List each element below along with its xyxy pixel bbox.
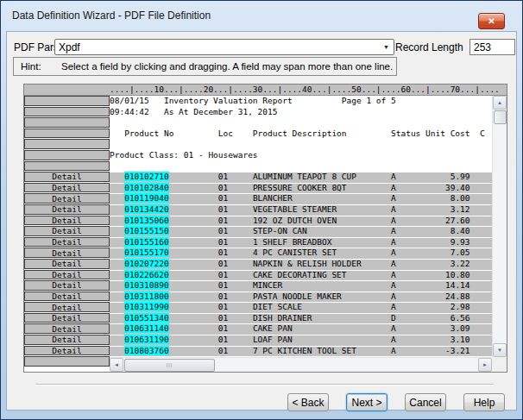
row-type-cell-detail[interactable]: Detail — [24, 270, 110, 280]
row-type-cell-empty[interactable] — [24, 161, 110, 172]
report-header-line[interactable] — [110, 161, 492, 172]
report-detail-row[interactable]: 010311990 01 DIET SCALE A 2.98 — [110, 302, 492, 313]
row-type-cell-empty[interactable] — [24, 150, 110, 160]
row-indent — [110, 204, 124, 214]
report-detail-row[interactable]: 010631140 01 CAKE PAN A 3.09 — [110, 323, 492, 335]
row-fields: 01 BLANCHER A 8.00 — [169, 193, 470, 203]
product-no-highlight[interactable]: 010631190 — [124, 335, 168, 344]
report-header-line[interactable]: Product Class: 01 - Housewares — [110, 150, 492, 161]
scroll-up-button[interactable]: ▲ — [493, 96, 507, 110]
product-no-highlight[interactable]: 010134420 — [124, 204, 168, 214]
report-detail-row[interactable]: 010551340 01 DISH DRAINER D 6.56 — [110, 313, 492, 324]
product-no-highlight[interactable]: 010102710 — [124, 172, 168, 181]
horizontal-scrollbar[interactable]: ◄ ||| ► — [110, 357, 492, 372]
row-type-column: DetailDetailDetailDetailDetailDetailDeta… — [24, 96, 110, 372]
row-type-cell-empty[interactable] — [24, 117, 110, 128]
report-detail-row[interactable]: 010155150 01 STEP-ON CAN A 8.40 — [110, 226, 492, 237]
row-type-cell-detail[interactable]: Detail — [24, 313, 110, 323]
vertical-scroll-thumb[interactable] — [494, 110, 507, 124]
report-detail-row[interactable]: 010102840 01 PRESSURE COOKER 8QT A 39.40 — [110, 183, 492, 194]
row-type-cell-detail[interactable]: Detail — [24, 183, 110, 193]
report-header-line[interactable]: Product No Loc Product Description Statu… — [110, 129, 492, 140]
row-indent — [110, 193, 124, 203]
product-no-highlight[interactable]: 010226620 — [124, 270, 168, 279]
product-no-highlight[interactable]: 010102840 — [124, 183, 168, 192]
row-type-cell-empty[interactable] — [24, 96, 110, 106]
report-detail-row[interactable]: 010155160 01 1 SHELF BREADBOX A 9.93 — [110, 237, 492, 248]
row-type-cell-empty[interactable] — [24, 356, 110, 367]
chevron-down-icon: ▼ — [383, 44, 389, 50]
report-detail-row[interactable]: 010119040 01 BLANCHER A 8.00 — [110, 193, 492, 204]
report-lines[interactable]: 08/01/15 Inventory Valuation Report Page… — [110, 96, 492, 357]
row-fields: 01 4 PC CANISTER SET A 7.05 — [169, 248, 470, 257]
report-header-line[interactable] — [110, 117, 492, 129]
row-type-cell-detail[interactable]: Detail — [24, 248, 110, 258]
report-detail-row[interactable]: 010226620 01 CAKE DECORATING SET A 10.80 — [110, 270, 492, 281]
help-button[interactable]: Help — [463, 393, 505, 411]
row-type-cell-detail[interactable]: Detail — [24, 237, 110, 248]
row-type-cell-detail[interactable]: Detail — [24, 216, 110, 226]
product-no-highlight[interactable]: 010311800 — [124, 291, 168, 301]
report-header-line[interactable]: 09:44:42 As At December 31, 2015 — [110, 107, 492, 118]
row-type-cell-detail[interactable]: Detail — [24, 346, 110, 356]
horizontal-scroll-track[interactable] — [215, 358, 478, 372]
row-type-cell-detail[interactable]: Detail — [24, 204, 110, 215]
report-header-line[interactable]: 08/01/15 Inventory Valuation Report Page… — [110, 96, 492, 107]
row-type-cell-empty[interactable] — [24, 107, 110, 117]
product-no-highlight[interactable]: 010155160 — [124, 237, 168, 247]
window-title: Data Definition Wizard - PDF File Defini… — [12, 9, 211, 22]
report-detail-row[interactable]: 010134420 01 VEGETABLE STEAMER A 3.12 — [110, 204, 492, 216]
row-fields: 01 7 PC KITCHEN TOOL SET A -3.21 — [169, 346, 470, 355]
row-type-cell-empty[interactable] — [24, 139, 110, 149]
pdf-parser-select[interactable]: Xpdf ▼ — [54, 39, 394, 55]
report-detail-row[interactable]: 010102710 01 ALUMINUM TEAPOT 8 CUP A 5.9… — [110, 172, 492, 183]
report-header-line[interactable] — [110, 139, 492, 150]
report-detail-row[interactable]: 010803760 01 7 PC KITCHEN TOOL SET A -3.… — [110, 346, 492, 357]
product-no-highlight[interactable]: 010155150 — [124, 226, 168, 235]
row-type-cell-detail[interactable]: Detail — [24, 323, 110, 334]
row-type-cell-detail[interactable]: Detail — [24, 193, 110, 204]
row-type-cell-detail[interactable]: Detail — [24, 302, 110, 312]
row-type-cell-empty[interactable] — [24, 129, 110, 139]
product-no-highlight[interactable]: 010310890 — [124, 280, 168, 290]
vertical-scroll-track[interactable] — [493, 124, 507, 343]
report-detail-row[interactable]: 010310890 01 MINCER A 14.14 — [110, 280, 492, 291]
scroll-up-icon: ▲ — [497, 100, 502, 105]
next-button[interactable]: Next > — [346, 393, 388, 411]
dialog-window: Data Definition Wizard - PDF File Defini… — [0, 0, 523, 420]
dialog-client-area: PDF Parser Xpdf ▼ Record Length Hint: Se… — [6, 31, 517, 411]
product-no-highlight[interactable]: 010631140 — [124, 323, 168, 333]
cancel-button[interactable]: Cancel — [405, 393, 446, 411]
product-no-highlight[interactable]: 010803760 — [124, 346, 168, 355]
horizontal-scroll-thumb[interactable]: ||| — [124, 359, 215, 372]
scroll-right-button[interactable]: ► — [478, 358, 492, 372]
report-detail-row[interactable]: 010135060 01 192 OZ DUTCH OVEN A 27.60 — [110, 216, 492, 227]
product-no-highlight[interactable]: 010207220 — [124, 259, 168, 268]
back-button[interactable]: < Back — [287, 393, 329, 411]
product-no-highlight[interactable]: 010119040 — [124, 193, 168, 203]
scroll-left-button[interactable]: ◄ — [110, 358, 123, 372]
report-detail-row[interactable]: 010631190 01 LOAF PAN A 3.10 — [110, 335, 492, 346]
close-button[interactable]: ✕ — [478, 13, 505, 29]
row-type-cell-detail[interactable]: Detail — [24, 259, 110, 269]
record-length-input[interactable] — [469, 39, 515, 55]
scroll-down-button[interactable]: ▼ — [493, 343, 507, 357]
report-detail-row[interactable]: 010155170 01 4 PC CANISTER SET A 7.05 — [110, 248, 492, 259]
row-type-cell-detail[interactable]: Detail — [24, 172, 110, 182]
row-indent — [110, 313, 124, 323]
row-type-cell-detail[interactable]: Detail — [24, 226, 110, 236]
row-type-cell-detail[interactable]: Detail — [24, 280, 110, 291]
row-fields: 01 LOAF PAN A 3.10 — [169, 335, 470, 344]
column-ruler: ....|....10...|....20...|....30...|....4… — [24, 85, 507, 95]
report-detail-row[interactable]: 010311800 01 PASTA NOODLE MAKER A 24.88 — [110, 291, 492, 303]
vertical-scrollbar[interactable]: ▲ ▼ — [492, 96, 507, 357]
row-indent — [110, 172, 124, 181]
product-no-highlight[interactable]: 010155170 — [124, 248, 168, 257]
product-no-highlight[interactable]: 010135060 — [124, 216, 168, 225]
row-type-cell-detail[interactable]: Detail — [24, 335, 110, 345]
product-no-highlight[interactable]: 010551340 — [124, 313, 168, 323]
row-indent — [110, 237, 124, 247]
report-detail-row[interactable]: 010207220 01 NAPKIN & RELISH HOLDER A 3.… — [110, 259, 492, 270]
product-no-highlight[interactable]: 010311990 — [124, 302, 168, 311]
row-type-cell-detail[interactable]: Detail — [24, 291, 110, 302]
